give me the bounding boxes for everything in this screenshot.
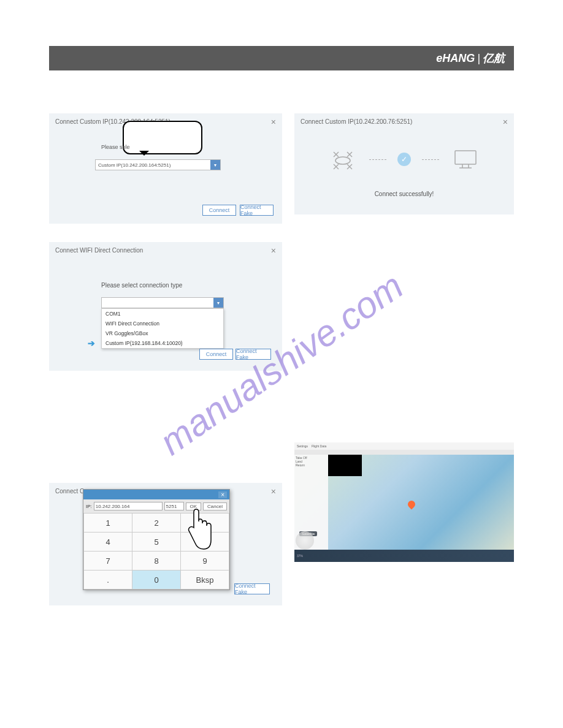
connect-button[interactable]: Connect <box>202 205 236 216</box>
sidebar-item[interactable]: Return <box>296 463 327 467</box>
connection-dropdown-open: ▾ COM1 WIFI Direct Connection VR Goggles… <box>101 297 224 349</box>
key-7[interactable]: 7 <box>84 552 132 570</box>
key-9[interactable]: 9 <box>181 552 229 570</box>
dropdown-head[interactable]: ▾ <box>101 297 224 308</box>
dialog-title: Connect WIFI Direct Connection <box>55 247 143 254</box>
menu-item[interactable]: Settings <box>297 444 308 448</box>
ip-input[interactable]: 10.242.200.164 <box>94 502 163 510</box>
svg-point-0 <box>335 157 350 164</box>
select-label: Please select connection type <box>101 282 182 289</box>
battery-indicator: 37% <box>297 554 303 558</box>
video-preview[interactable] <box>328 455 362 476</box>
port-input[interactable]: 5251 <box>164 502 184 510</box>
key-1[interactable]: 1 <box>84 514 132 532</box>
key-4[interactable]: 4 <box>84 533 132 551</box>
ip-label: IP: <box>86 504 92 509</box>
finger-pointer-icon <box>184 506 215 552</box>
key-8[interactable]: 8 <box>132 552 180 570</box>
connection-line <box>369 159 386 160</box>
app-toolbar <box>294 450 514 455</box>
dropdown-option[interactable]: WIFI Direct Connection <box>102 319 223 328</box>
key-dot[interactable]: . <box>84 571 132 589</box>
connect-fake-button[interactable]: Connect Fake <box>240 205 274 216</box>
select-label: Please sele <box>101 144 130 150</box>
key-backspace[interactable]: Bksp <box>181 571 229 589</box>
dropdown-option[interactable]: Custom IP(192.168.184.4:10020) <box>102 338 223 348</box>
keypad-titlebar: × <box>83 490 229 499</box>
map-marker-icon[interactable] <box>407 499 417 510</box>
chevron-down-icon: ▾ <box>210 160 220 170</box>
virtual-joystick[interactable] <box>296 531 314 550</box>
speech-bubble <box>123 121 202 154</box>
map-application-screenshot: Settings Flight Data Take Off Land Retur… <box>294 442 514 562</box>
pointer-arrow-icon: ➔ <box>88 338 95 348</box>
connect-fake-button[interactable]: Connect Fake <box>236 349 271 360</box>
key-0[interactable]: 0 <box>132 571 180 589</box>
dialog-connect-success: Connect Custom IP(10.242.200.76:5251) × … <box>294 113 514 214</box>
connect-button[interactable]: Connect <box>199 349 233 360</box>
brand-cn: 亿航 <box>483 51 505 66</box>
dialog-wifi-direct: Connect WIFI Direct Connection × Please … <box>49 242 282 371</box>
checkmark-icon: ✓ <box>397 153 411 166</box>
drone-icon <box>327 147 358 172</box>
dialog-connect-custom-ip-1: Connect Custom IP(10.242.200.164:5251) ×… <box>49 113 282 224</box>
menu-item[interactable]: Flight Data <box>312 444 326 448</box>
chevron-down-icon: ▾ <box>213 298 223 308</box>
success-message: Connect successfully! <box>294 191 514 197</box>
connection-line <box>422 159 439 160</box>
app-menubar: Settings Flight Data <box>294 442 514 450</box>
close-icon[interactable]: × <box>503 117 508 127</box>
brand-logo: eHANG <box>436 52 475 65</box>
svg-rect-9 <box>455 151 476 164</box>
status-bar: 37% <box>294 550 514 562</box>
key-5[interactable]: 5 <box>132 533 180 551</box>
connection-illustration: ✓ <box>327 147 481 172</box>
dropdown-option[interactable]: COM1 <box>102 309 223 319</box>
dropdown-option[interactable]: VR Goggles/GBox <box>102 328 223 338</box>
dropdown-list: COM1 WIFI Direct Connection VR Goggles/G… <box>101 308 224 349</box>
header-bar: eHANG | 亿航 <box>49 46 514 70</box>
close-icon[interactable]: × <box>271 117 276 127</box>
connection-dropdown[interactable]: Custom IP(10.242.200.164:5251) ▾ <box>95 159 221 170</box>
keypad-close-icon[interactable]: × <box>218 491 227 498</box>
close-icon[interactable]: × <box>271 246 276 256</box>
dialog-title: Connect Custom IP(10.242.200.76:5251) <box>301 118 412 125</box>
dropdown-value: Custom IP(10.242.200.164:5251) <box>98 162 170 168</box>
brand-divider: | <box>477 52 480 65</box>
close-icon[interactable]: × <box>271 487 276 496</box>
monitor-icon <box>450 147 481 172</box>
connect-fake-button[interactable]: Connect Fake <box>234 583 270 594</box>
dialog-ip-keypad: Connect Cus × × IP: 10.242.200.164 5251 … <box>49 483 282 605</box>
key-2[interactable]: 2 <box>132 514 180 532</box>
map-canvas[interactable]: Take Off Land Return Satellite <box>294 455 514 550</box>
